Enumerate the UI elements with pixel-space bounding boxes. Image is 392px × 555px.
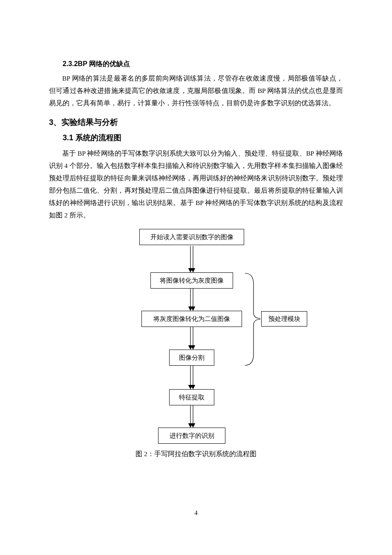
figure-caption: 图 2：手写阿拉伯数字识别系统的流程图 (49, 450, 343, 459)
paragraph-3-1: 基于 BP 神经网络的手写体数字识别系统大致可以分为输入、预处理、特征提取、BP… (49, 147, 343, 221)
flow-connectors (49, 229, 343, 459)
heading-3-1: 3.1 系统的流程图 (63, 133, 343, 143)
heading-2-3-2: 2.3.2BP 网络的优缺点 (63, 60, 343, 69)
page-number: 4 (0, 509, 392, 517)
flowchart: 开始读入需要识别数字的图像 将图像转化为灰度图像 将灰度图像转化为二值图像 图像… (49, 229, 343, 459)
paragraph-2-3-2: BP 网络的算法是最著名的多层前向网络训练算法，尽管存在收敛速度慢，局部极值等缺… (49, 72, 343, 109)
heading-3: 3、实验结果与分析 (49, 117, 343, 127)
document-page: 2.3.2BP 网络的优缺点 BP 网络的算法是最著名的多层前向网络训练算法，尽… (0, 0, 392, 555)
